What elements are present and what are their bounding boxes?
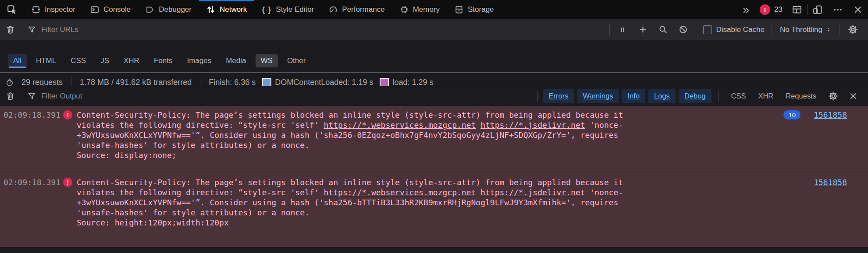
- search-button[interactable]: [653, 25, 673, 34]
- message-segment: [476, 188, 480, 197]
- type-filter-ws[interactable]: WS: [256, 54, 278, 67]
- console-filter-debug[interactable]: Debug: [679, 89, 711, 103]
- network-settings-button[interactable]: [843, 25, 863, 35]
- devtools-window: InspectorConsoleDebuggerNetwork{ }Style …: [0, 0, 868, 253]
- filter-output-input[interactable]: [40, 91, 535, 101]
- split-console-icon: [792, 5, 802, 14]
- tab-inspector[interactable]: Inspector: [24, 0, 83, 19]
- console-icon: [90, 5, 99, 14]
- message-text: Content-Security-Policy: The page’s sett…: [77, 177, 807, 228]
- separator: [840, 24, 840, 35]
- tab-console[interactable]: Console: [83, 0, 138, 19]
- summary-label: DOMContentLoaded: 1.19 s: [275, 78, 373, 86]
- clear-requests-button[interactable]: [0, 19, 20, 40]
- message-segment: Source: height:120px;width:120px: [77, 218, 229, 227]
- devtools-tabbar: InspectorConsoleDebuggerNetwork{ }Style …: [0, 0, 868, 19]
- bug-number-link[interactable]: 1561858: [814, 110, 847, 119]
- overflow-tabs-button[interactable]: »: [737, 0, 755, 19]
- disable-cache-control: Disable Cache: [699, 25, 769, 34]
- double-chevron-icon: »: [743, 3, 749, 17]
- message-segment: 'nonce-: [585, 188, 623, 197]
- console-settings-button[interactable]: [824, 91, 842, 101]
- chip-icon: [400, 5, 409, 14]
- console-filter-requests[interactable]: Requests: [780, 90, 822, 102]
- type-filter-fonts[interactable]: Fonts: [149, 54, 178, 67]
- type-filter-all[interactable]: All: [8, 54, 27, 67]
- bug-number-link[interactable]: 1561858: [814, 178, 847, 187]
- message-line: Content-Security-Policy: The page’s sett…: [77, 177, 807, 187]
- tab-label: Style Editor: [276, 5, 314, 14]
- message-segment: Source: display:none;: [77, 151, 177, 160]
- console-output: 02:09:18.391!Content-Security-Policy: Th…: [0, 106, 868, 247]
- error-count-badge[interactable]: ! 23: [755, 0, 787, 19]
- close-devtools-button[interactable]: [848, 0, 868, 19]
- url-filter: [21, 25, 607, 35]
- console-filter-warnings[interactable]: Warnings: [577, 89, 619, 103]
- message-timestamp: 02:09:18.391: [4, 177, 61, 187]
- responsive-design-icon: [813, 5, 822, 14]
- menu-button[interactable]: [828, 0, 848, 19]
- message-link[interactable]: https://*.webservices.mozgcp.net: [324, 188, 476, 197]
- message-line: 'unsafe-hashes' for style attributes) or…: [77, 140, 776, 150]
- message-line: violates the following directive: “style…: [77, 187, 807, 197]
- tab-storage[interactable]: Storage: [447, 0, 502, 19]
- braces-icon: { }: [262, 5, 271, 14]
- filter-funnel-icon: [28, 92, 36, 100]
- throttling-select[interactable]: No Throttling: [775, 25, 837, 34]
- tab-style-editor[interactable]: { }Style Editor: [254, 0, 321, 19]
- color-swatch: [262, 78, 271, 86]
- block-requests-button[interactable]: [673, 25, 693, 34]
- disable-cache-checkbox[interactable]: [703, 25, 712, 34]
- tab-memory[interactable]: Memory: [392, 0, 447, 19]
- type-filter-css[interactable]: CSS: [65, 54, 91, 67]
- tab-network[interactable]: Network: [199, 0, 254, 19]
- clear-console-button[interactable]: [0, 86, 20, 106]
- message-link[interactable]: https://*.webservices.mozgcp.net: [324, 120, 476, 130]
- responsive-design-button[interactable]: [808, 0, 828, 19]
- error-icon: !: [63, 110, 72, 119]
- close-console-button[interactable]: [844, 92, 862, 100]
- pause-recording-button[interactable]: [612, 25, 633, 34]
- message-link[interactable]: https://*.jsdelivr.net: [480, 188, 585, 197]
- close-icon: [854, 5, 862, 14]
- console-message: 02:09:18.391!Content-Security-Policy: Th…: [0, 106, 868, 173]
- type-filter-js[interactable]: JS: [95, 54, 114, 67]
- type-filter-other[interactable]: Other: [282, 54, 311, 67]
- stopwatch-icon: [5, 78, 14, 86]
- console-filter-xhr[interactable]: XHR: [753, 90, 779, 102]
- inspector-icon: [32, 5, 40, 14]
- gear-icon: [848, 25, 858, 35]
- type-filter-html[interactable]: HTML: [31, 54, 61, 67]
- pick-element-button[interactable]: [0, 0, 24, 19]
- summary-swatch-item: DOMContentLoaded: 1.19 s: [262, 78, 373, 86]
- message-segment: Content-Security-Policy: The page’s sett…: [77, 110, 623, 119]
- message-segment: violates the following directive: “style…: [77, 120, 324, 130]
- tab-debugger[interactable]: Debugger: [138, 0, 199, 19]
- plus-icon: [638, 25, 647, 34]
- tab-performance[interactable]: Performance: [321, 0, 392, 19]
- disable-cache-label[interactable]: Disable Cache: [716, 25, 765, 34]
- console-filter-css[interactable]: CSS: [726, 90, 751, 102]
- new-request-button[interactable]: [633, 25, 653, 34]
- network-panel: AllHTMLCSSJSXHRFontsImagesMediaWSOther 2…: [0, 40, 868, 86]
- network-icon: [206, 5, 215, 14]
- type-filter-media[interactable]: Media: [221, 54, 251, 67]
- message-link[interactable]: https://*.jsdelivr.net: [480, 120, 585, 130]
- console-filter-errors[interactable]: Errors: [543, 89, 574, 103]
- console-toolbar: ErrorsWarningsInfoLogsDebug CSSXHRReques…: [0, 86, 868, 106]
- color-swatch: [380, 78, 389, 86]
- console-filter-logs[interactable]: Logs: [648, 89, 676, 103]
- console-filter-info[interactable]: Info: [622, 89, 646, 103]
- separator: [772, 24, 772, 35]
- network-toolbar-right: Disable Cache No Throttling: [607, 24, 868, 35]
- type-filter-xhr[interactable]: XHR: [118, 54, 145, 67]
- type-filter-images[interactable]: Images: [181, 54, 217, 67]
- split-console-button[interactable]: [787, 0, 807, 19]
- message-segment: [476, 120, 480, 130]
- filter-urls-input[interactable]: [40, 25, 607, 35]
- message-segment: +3wYUxsuwoKnXCLxYVPNfw=='”. Consider usi…: [77, 130, 618, 140]
- log-level-filters: ErrorsWarningsInfoLogsDebug: [543, 89, 711, 103]
- gauge-icon: [329, 5, 338, 14]
- close-icon: [849, 92, 857, 100]
- separator: [719, 91, 719, 102]
